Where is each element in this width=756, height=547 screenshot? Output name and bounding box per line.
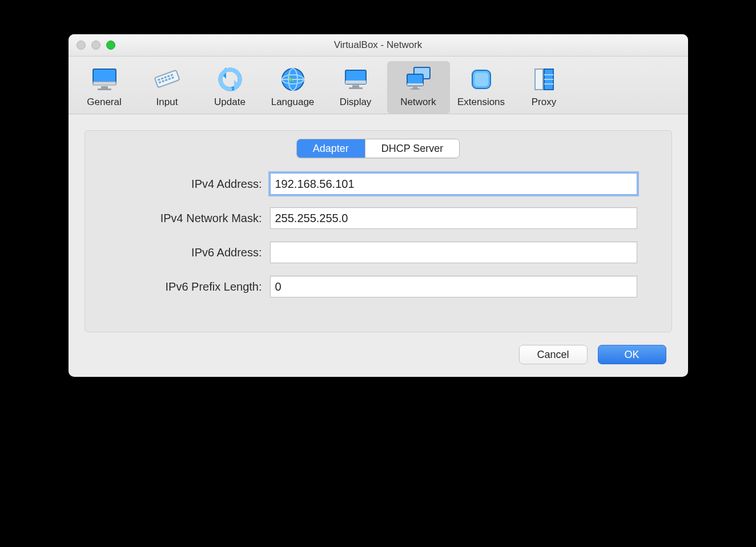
ok-button[interactable]: OK bbox=[598, 345, 666, 364]
ipv4-mask-label: IPv4 Network Mask: bbox=[85, 212, 262, 225]
display-icon bbox=[324, 65, 387, 94]
toolbar-label: Proxy bbox=[513, 96, 576, 108]
svg-rect-1 bbox=[93, 82, 116, 85]
toolbar-item-proxy[interactable]: Proxy bbox=[513, 61, 576, 114]
toolbar-label: Language bbox=[262, 96, 324, 108]
proxy-icon bbox=[513, 65, 576, 94]
svg-rect-29 bbox=[411, 89, 420, 90]
toolbar-label: General bbox=[73, 96, 136, 108]
toolbar-label: Display bbox=[324, 96, 387, 108]
toolbar-item-general[interactable]: General bbox=[73, 61, 136, 114]
toolbar-item-network[interactable]: Network bbox=[387, 61, 450, 114]
preferences-window: VirtualBox - Network General bbox=[69, 34, 688, 377]
tab-adapter[interactable]: Adapter bbox=[297, 139, 365, 158]
preferences-toolbar: General Input bbox=[69, 57, 688, 114]
extensions-icon bbox=[450, 65, 513, 94]
globe-icon bbox=[262, 65, 324, 94]
toolbar-item-extensions[interactable]: Extensions bbox=[450, 61, 513, 114]
svg-rect-22 bbox=[345, 81, 366, 84]
titlebar: VirtualBox - Network bbox=[69, 34, 688, 57]
toolbar-label: Extensions bbox=[450, 96, 513, 108]
svg-rect-23 bbox=[352, 85, 359, 87]
toolbar-label: Input bbox=[136, 96, 199, 108]
keyboard-icon bbox=[136, 65, 199, 94]
refresh-icon bbox=[199, 65, 262, 94]
monitor-icon bbox=[73, 65, 136, 94]
toolbar-item-update[interactable]: Update bbox=[199, 61, 262, 114]
toolbar-item-input[interactable]: Input bbox=[136, 61, 199, 114]
cancel-button[interactable]: Cancel bbox=[519, 345, 588, 364]
window-title: VirtualBox - Network bbox=[69, 39, 688, 51]
svg-rect-32 bbox=[535, 69, 543, 90]
svg-rect-28 bbox=[413, 87, 417, 89]
tab-segment: Adapter DHCP Server bbox=[296, 139, 460, 158]
ipv4-mask-input[interactable] bbox=[270, 207, 637, 229]
network-icon bbox=[387, 65, 450, 94]
svg-rect-24 bbox=[349, 87, 363, 89]
ipv4-address-input[interactable] bbox=[270, 173, 637, 195]
tab-segment-wrap: Adapter DHCP Server bbox=[85, 131, 671, 173]
toolbar-label: Network bbox=[387, 96, 450, 108]
toolbar-item-language[interactable]: Language bbox=[262, 61, 324, 114]
svg-rect-31 bbox=[474, 73, 488, 86]
content-area: Adapter DHCP Server IPv4 Address: IPv4 N… bbox=[69, 114, 688, 377]
ipv6-prefix-input[interactable] bbox=[270, 276, 637, 297]
tab-dhcp-server[interactable]: DHCP Server bbox=[365, 139, 460, 158]
svg-rect-27 bbox=[407, 83, 423, 86]
toolbar-label: Update bbox=[199, 96, 262, 108]
svg-rect-2 bbox=[101, 86, 108, 89]
svg-rect-4 bbox=[154, 70, 179, 88]
adapter-panel: Adapter DHCP Server IPv4 Address: IPv4 N… bbox=[85, 130, 672, 332]
dialog-footer: Cancel OK bbox=[85, 332, 672, 364]
ipv6-address-label: IPv6 Address: bbox=[85, 246, 262, 259]
ipv4-address-label: IPv4 Address: bbox=[85, 178, 262, 191]
ipv6-address-input[interactable] bbox=[270, 242, 637, 263]
network-form: IPv4 Address: IPv4 Network Mask: IPv6 Ad… bbox=[85, 173, 671, 297]
svg-rect-3 bbox=[98, 89, 111, 90]
ipv6-prefix-label: IPv6 Prefix Length: bbox=[85, 280, 262, 293]
toolbar-item-display[interactable]: Display bbox=[324, 61, 387, 114]
